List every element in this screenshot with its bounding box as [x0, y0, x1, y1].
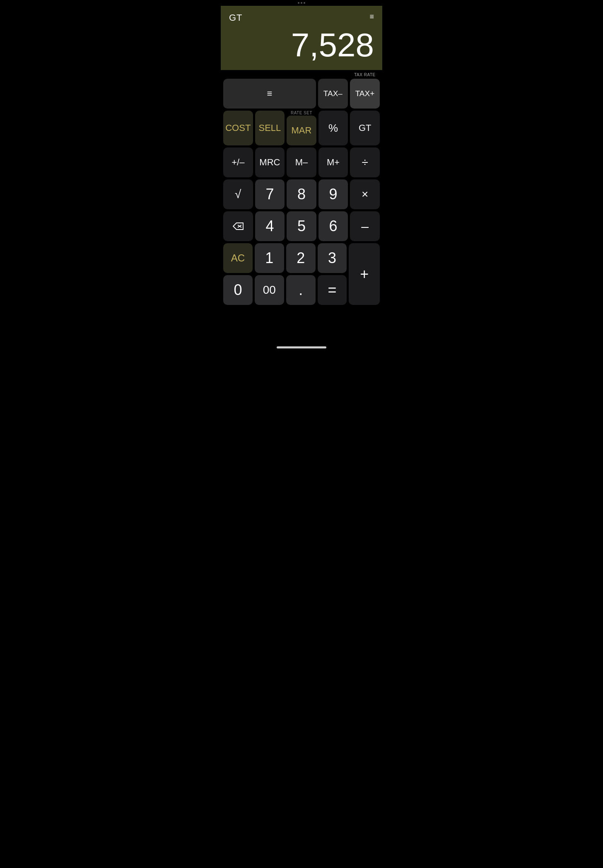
eight-button[interactable]: 8	[287, 179, 316, 209]
gt-button[interactable]: GT	[350, 111, 380, 145]
equals-button[interactable]: =	[318, 275, 347, 305]
three-button[interactable]: 3	[318, 243, 347, 273]
menu-button[interactable]: ≡	[223, 79, 316, 109]
four-button[interactable]: 4	[255, 211, 285, 241]
mrc-button[interactable]: MRC	[255, 147, 285, 177]
bottom-right: +	[349, 243, 380, 305]
display-header: GT ≡	[229, 12, 374, 23]
plus-minus-button[interactable]: +/–	[223, 147, 253, 177]
bottom-section: AC 1 2 3 0 00 . = +	[223, 243, 380, 305]
status-bar	[221, 0, 382, 6]
cost-sell-mar-row: COST SELL RATE SET MAR % GT	[223, 111, 380, 145]
one-button[interactable]: 1	[255, 243, 284, 273]
status-dot-3	[304, 2, 305, 4]
status-dot-2	[301, 2, 302, 4]
sqrt-button[interactable]: √	[223, 179, 253, 209]
multiply-button[interactable]: ×	[350, 179, 380, 209]
keypad: ≡ TAX RATE TAX– TAX+ COST SELL	[221, 70, 382, 343]
cost-button[interactable]: COST	[223, 111, 253, 145]
tax-row: ≡ TAX RATE TAX– TAX+	[223, 73, 380, 109]
tax-rate-label: TAX RATE	[350, 73, 380, 78]
calculator: GT ≡ 7,528 ≡ TAX RATE TAX– TAX+	[221, 0, 382, 350]
row-123: AC 1 2 3	[223, 243, 347, 273]
tax-plus-button[interactable]: TAX+	[350, 79, 380, 109]
home-indicator	[277, 346, 326, 348]
memory-row: +/– MRC M– M+ ÷	[223, 147, 380, 177]
dot-button[interactable]: .	[286, 275, 316, 305]
tax-minus-button[interactable]: TAX–	[318, 79, 348, 109]
status-dots	[298, 2, 305, 4]
m-plus-button[interactable]: M+	[318, 147, 348, 177]
m-minus-button[interactable]: M–	[287, 147, 316, 177]
display-gt-label: GT	[229, 12, 243, 23]
five-button[interactable]: 5	[287, 211, 316, 241]
ac-button[interactable]: AC	[223, 243, 253, 273]
sell-button[interactable]: SELL	[255, 111, 285, 145]
divide-button[interactable]: ÷	[350, 147, 380, 177]
zero-button[interactable]: 0	[223, 275, 253, 305]
display-value: 7,528	[229, 24, 374, 62]
backspace-button[interactable]	[223, 211, 253, 241]
status-dot-1	[298, 2, 299, 4]
double-zero-button[interactable]: 00	[255, 275, 284, 305]
plus-button[interactable]: +	[349, 243, 380, 305]
nine-button[interactable]: 9	[318, 179, 348, 209]
row-0: 0 00 . =	[223, 275, 347, 305]
display-menu-icon: ≡	[369, 12, 374, 21]
row-456: 4 5 6 –	[223, 211, 380, 241]
subtract-button[interactable]: –	[350, 211, 380, 241]
bottom-left: AC 1 2 3 0 00 . =	[223, 243, 347, 305]
rate-set-label: RATE SET	[287, 111, 316, 115]
seven-button[interactable]: 7	[255, 179, 285, 209]
mar-button[interactable]: MAR	[287, 116, 316, 145]
display-area: GT ≡ 7,528	[221, 6, 382, 70]
row-789: √ 7 8 9 ×	[223, 179, 380, 209]
two-button[interactable]: 2	[286, 243, 316, 273]
percent-button[interactable]: %	[318, 111, 348, 145]
six-button[interactable]: 6	[318, 211, 348, 241]
